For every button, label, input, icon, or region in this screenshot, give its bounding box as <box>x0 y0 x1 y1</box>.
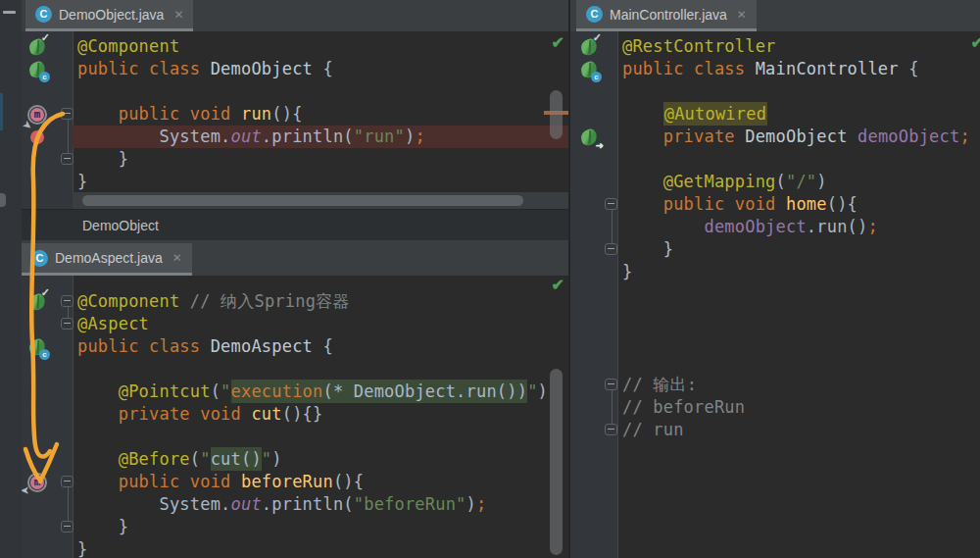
fold-marker-close[interactable] <box>61 521 74 533</box>
code-line: public class DemoAspect { <box>73 335 568 358</box>
editor-gutter <box>570 31 618 558</box>
code-line <box>73 426 568 448</box>
code-line <box>73 358 568 380</box>
horizontal-scrollbar-thumb[interactable] <box>82 195 523 206</box>
fold-range-line <box>612 390 612 424</box>
fold-marker-close[interactable] <box>61 318 74 330</box>
ide-window: C DemoObject.java ✕ @Componentpublic cla… <box>0 0 980 558</box>
code-line: @Component // 纳入Spring容器 <box>73 290 568 313</box>
close-tab-icon[interactable]: ✕ <box>173 8 183 22</box>
spring-bean-check-icon[interactable]: ✓ <box>27 37 47 57</box>
code-line <box>617 306 980 329</box>
code-line: private void cut(){} <box>73 403 568 426</box>
code-line <box>617 329 980 351</box>
breadcrumb-item[interactable]: DemoObject <box>82 218 159 233</box>
tab-label: MainController.java <box>610 7 727 23</box>
spring-bean-check-icon[interactable]: ✓ <box>579 37 599 57</box>
tab-label: DemoAspect.java <box>55 250 163 266</box>
spring-bean-arrow-icon[interactable]: ➜ <box>579 127 599 147</box>
spring-bean-class-icon[interactable]: c <box>27 337 47 357</box>
fold-marker-open[interactable] <box>605 379 617 390</box>
tab-label: DemoObject.java <box>59 7 164 23</box>
code-line: } <box>617 261 980 283</box>
editor-demo-aspect[interactable]: @Component // 纳入Spring容器@Aspectpublic cl… <box>22 276 568 558</box>
code-line: public void beforeRun(){ <box>73 471 568 493</box>
horizontal-scrollbar[interactable] <box>73 192 568 209</box>
strip-selection-mark <box>0 93 3 130</box>
aop-advice-icon-left[interactable]: m➤ <box>27 473 47 492</box>
fold-marker-open[interactable] <box>605 198 617 210</box>
code-line: public void home(){ <box>617 193 980 216</box>
fold-range-line <box>68 120 69 153</box>
code-line: @Component <box>73 35 568 58</box>
java-class-icon: C <box>35 6 52 23</box>
code-line <box>617 80 980 103</box>
left-tool-strip <box>0 0 23 558</box>
code-line: // 输出: <box>617 374 980 396</box>
close-tab-icon[interactable]: ✕ <box>737 8 747 22</box>
code-line: public class MainController { <box>617 58 980 80</box>
code-line: @GetMapping("/") <box>617 171 980 193</box>
java-class-icon: C <box>586 6 603 23</box>
editor-pane-demo-aspect: C DemoAspect.java ✕ @Component // 纳入Spri… <box>22 240 568 558</box>
vertical-scrollbar[interactable] <box>550 369 563 555</box>
editor-pane-demo-object: C DemoObject.java ✕ @Componentpublic cla… <box>22 0 568 209</box>
spring-bean-class-icon[interactable]: c <box>579 60 599 79</box>
code-line: } <box>73 538 568 558</box>
code-area[interactable]: @Component // 纳入Spring容器@Aspectpublic cl… <box>73 276 568 558</box>
close-tab-icon[interactable]: ✕ <box>172 251 182 265</box>
code-line <box>73 80 568 103</box>
code-line: demoObject.run(); <box>617 216 980 238</box>
code-line <box>617 351 980 374</box>
code-line: // run <box>617 419 980 441</box>
code-line: @RestController <box>617 35 980 58</box>
vertical-scrollbar[interactable] <box>550 90 563 139</box>
code-line: private DemoObject demoObject; <box>617 126 980 148</box>
breadcrumb[interactable]: DemoObject <box>22 209 568 241</box>
code-line: @Before("cut()") <box>73 448 568 471</box>
tab-demo-object[interactable]: C DemoObject.java ✕ <box>25 0 193 31</box>
breakpoint-check-icon[interactable]: ✓ <box>27 127 47 147</box>
inspections-ok-icon: ✔ <box>552 33 564 52</box>
tab-bar: C DemoAspect.java ✕ <box>22 240 568 277</box>
fold-marker-open[interactable] <box>61 295 74 307</box>
tab-demo-aspect[interactable]: C DemoAspect.java ✕ <box>22 243 192 276</box>
code-line: @Autowired <box>617 103 980 126</box>
spring-bean-check-icon[interactable]: ✓ <box>27 292 47 312</box>
fold-range-line <box>68 487 69 521</box>
collapse-minus-icon[interactable] <box>3 11 16 14</box>
code-line: } <box>73 171 568 193</box>
code-line: // beforeRun <box>617 396 980 419</box>
inspections-ok-icon: ✔ <box>971 33 980 52</box>
spring-bean-class-icon[interactable]: c <box>27 60 47 79</box>
code-area[interactable]: @Componentpublic class DemoObject { publ… <box>73 31 568 209</box>
fold-marker-close[interactable] <box>605 424 617 435</box>
strip-scroll-nub[interactable] <box>0 193 6 207</box>
code-line: System.out.println("run"); <box>73 126 568 148</box>
code-line: System.out.println("beforeRun"); <box>73 493 568 516</box>
tab-bar: C DemoObject.java ✕ <box>22 0 568 32</box>
fold-range-line <box>612 210 612 243</box>
editor-demo-object[interactable]: @Componentpublic class DemoObject { publ… <box>22 31 568 209</box>
fold-marker-open[interactable] <box>61 108 74 120</box>
tab-main-controller[interactable]: C MainController.java ✕ <box>576 0 757 31</box>
fold-marker-close[interactable] <box>61 153 74 165</box>
code-line: @Pointcut("execution(* DemoObject.run())… <box>73 380 568 403</box>
fold-range-line <box>68 307 69 318</box>
code-line: @Aspect <box>73 313 568 335</box>
code-line <box>617 283 980 306</box>
code-area[interactable]: @RestControllerpublic class MainControll… <box>617 31 980 558</box>
code-line: } <box>73 148 568 171</box>
tab-bar: C MainController.java ✕ <box>570 0 980 32</box>
code-line: } <box>73 516 568 538</box>
code-line <box>617 148 980 171</box>
inspections-ok-icon: ✔ <box>552 276 564 294</box>
code-line: } <box>617 238 980 261</box>
code-line: public void run(){ <box>73 103 568 126</box>
fold-marker-open[interactable] <box>61 476 74 487</box>
java-class-icon: C <box>31 250 48 267</box>
editor-main-controller[interactable]: @RestControllerpublic class MainControll… <box>570 31 980 558</box>
code-line: public class DemoObject { <box>73 58 568 80</box>
editor-pane-main-controller: C MainController.java ✕ @RestControllerp… <box>568 0 980 558</box>
fold-marker-close[interactable] <box>605 243 617 255</box>
